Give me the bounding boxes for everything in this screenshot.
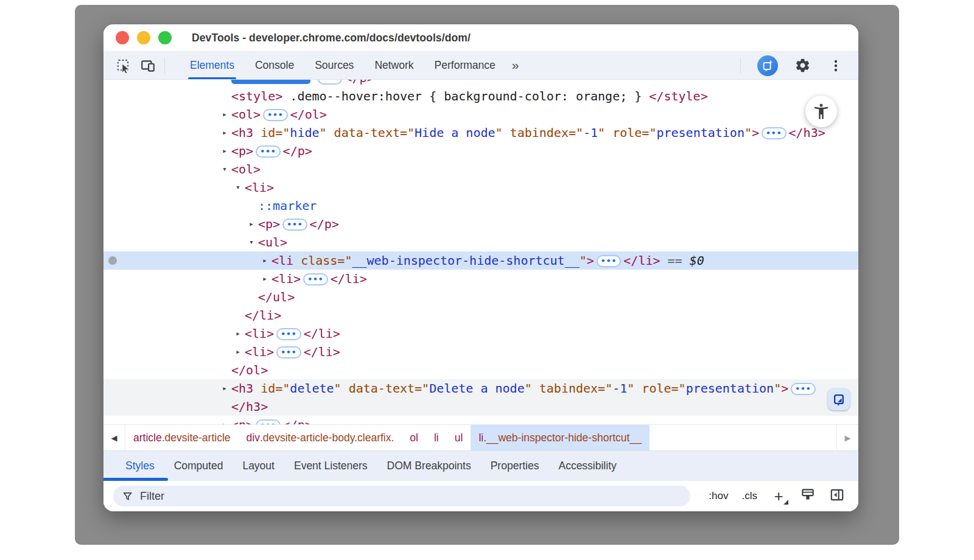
sidebar-tab-styles[interactable]: Styles [116, 451, 164, 481]
code-segment: == [660, 253, 690, 268]
dom-tree-row[interactable]: </li> [103, 306, 858, 324]
new-rule-dropdown-triangle [783, 500, 788, 505]
code-segment: </h3> [231, 399, 268, 414]
expand-ellipsis-pill[interactable]: ••• [303, 273, 328, 285]
breadcrumb-item[interactable]: ul [447, 425, 471, 450]
sidebar-tab-event-listeners[interactable]: Event Listeners [284, 451, 377, 481]
expand-ellipsis-pill[interactable]: ••• [762, 127, 786, 139]
collapse-arrow-icon[interactable]: ▾ [219, 160, 230, 178]
expand-arrow-icon[interactable]: ▸ [233, 324, 244, 343]
settings-gear-icon[interactable] [793, 57, 811, 75]
dom-tree-row[interactable]: ▸<p>•••</p> [103, 142, 858, 160]
inspect-element-icon[interactable] [114, 57, 133, 75]
expand-arrow-icon[interactable]: ▸ [219, 124, 230, 142]
code-segment: <li> [245, 180, 274, 195]
toggle-sidebar-icon[interactable] [829, 487, 845, 505]
dom-tree-row[interactable]: ▸<h3 id="delete" data-text="Delete a nod… [103, 379, 858, 397]
expand-arrow-icon[interactable]: ▸ [219, 416, 230, 424]
collapse-arrow-icon[interactable]: ▾ [233, 178, 244, 197]
code-segment: __web-inspector-hide-shortcut__ [352, 253, 579, 268]
sidebar-tab-dom-breakpoints[interactable]: DOM Breakpoints [377, 451, 481, 481]
expand-ellipsis-pill[interactable]: ••• [263, 109, 287, 121]
dom-tree-row[interactable]: </h3> [103, 397, 858, 416]
tab-elements[interactable]: Elements [180, 52, 245, 79]
dom-tree-row[interactable]: ▾<li> [103, 178, 858, 197]
breadcrumb: article.devsite-articlediv.devsite-artic… [125, 425, 650, 450]
title-bar: DevTools - developer.chrome.com/docs/dev… [103, 24, 858, 52]
dom-tree-row[interactable]: ▾<ol> [103, 160, 858, 178]
breadcrumb-item[interactable]: li [426, 425, 447, 450]
dom-tree-row[interactable]: ▸<li class="__web-inspector-hide-shortcu… [103, 251, 858, 270]
expand-ellipsis-pill[interactable]: ••• [597, 255, 621, 267]
dom-tree-row[interactable]: ▸<p>•••</p> [103, 215, 858, 233]
expand-ellipsis-pill[interactable]: ••• [791, 383, 815, 395]
elements-dom-tree: •••</p><style> .demo--hover:hover { back… [103, 80, 858, 424]
toggle-hover-state-button[interactable]: :hov [709, 490, 728, 502]
device-toolbar-icon[interactable] [139, 57, 157, 75]
breadcrumb-scroll-right-icon[interactable]: ▶ [836, 425, 858, 450]
code-segment: <p> [231, 418, 253, 424]
styles-filter-input[interactable]: Filter [113, 486, 690, 506]
dom-tree-row[interactable]: ▾<ul> [103, 233, 858, 251]
code-segment: " [745, 125, 752, 140]
rendering-emulation-icon[interactable] [800, 487, 816, 505]
toggle-class-button[interactable]: .cls [742, 490, 758, 502]
dom-tree-row[interactable]: ▸<ol>•••</ol> [103, 105, 858, 124]
new-style-rule-button[interactable]: + [771, 488, 787, 504]
dom-tree-row[interactable]: ::marker [103, 197, 858, 215]
minimize-window-button[interactable] [137, 31, 150, 44]
dom-tree-row[interactable]: ▸<li>•••</li> [103, 270, 858, 288]
expand-arrow-icon[interactable]: ▸ [233, 343, 244, 361]
sidebar-tab-computed[interactable]: Computed [164, 451, 233, 481]
expand-arrow-icon[interactable]: ▸ [219, 379, 230, 397]
expand-ellipsis-pill[interactable]: ••• [318, 80, 342, 85]
code-segment: id=" [253, 125, 290, 140]
dom-tree-row[interactable]: <style> .demo--hover:hover { background-… [103, 87, 858, 105]
expand-arrow-icon[interactable]: ▸ [259, 270, 270, 288]
dom-tree-row[interactable]: </ul> [103, 288, 858, 306]
ai-assistance-icon[interactable] [757, 55, 778, 76]
dom-tree-row[interactable]: ▸<li>•••</li> [103, 343, 858, 361]
dom-tree-row[interactable]: </ol> [103, 361, 858, 379]
expand-ellipsis-pill[interactable]: ••• [282, 219, 307, 231]
tab-console[interactable]: Console [245, 52, 304, 79]
dom-tree-row[interactable]: •••</p> [103, 80, 858, 87]
accessibility-overlay-button[interactable] [805, 96, 837, 127]
expand-ellipsis-pill[interactable]: ••• [256, 419, 280, 424]
zoom-window-button[interactable] [158, 31, 172, 44]
breadcrumb-item[interactable]: article.devsite-article [125, 425, 239, 450]
breadcrumb-scroll-left-icon[interactable]: ◀ [103, 425, 125, 450]
close-window-button[interactable] [116, 31, 129, 44]
code-segment: </li> [331, 271, 367, 286]
breadcrumb-item[interactable]: li.__web-inspector-hide-shortcut__ [471, 425, 650, 450]
toolbar-divider [164, 57, 165, 74]
sidebar-tab-layout[interactable]: Layout [233, 451, 284, 481]
expand-arrow-icon[interactable]: ▸ [246, 215, 257, 233]
expand-ellipsis-pill[interactable]: ••• [256, 145, 280, 158]
filter-placeholder: Filter [140, 490, 164, 503]
dom-tree-row[interactable]: ▸<p>•••</p> [103, 416, 858, 424]
collapse-arrow-icon[interactable]: ▾ [246, 233, 257, 251]
expand-arrow-icon[interactable]: ▸ [219, 142, 230, 160]
dom-tree-row[interactable]: ▸<h3 id="hide" data-text="Hide a node" t… [103, 124, 858, 142]
panel-tabs: ElementsConsoleSourcesNetworkPerformance [180, 52, 506, 79]
expand-ellipsis-pill[interactable]: ••• [276, 328, 301, 340]
code-segment: role=" [634, 381, 685, 396]
tab-sources[interactable]: Sources [304, 52, 364, 79]
expand-ellipsis-pill[interactable]: ••• [276, 346, 301, 359]
more-tabs-icon[interactable]: » [506, 58, 524, 72]
expand-arrow-icon[interactable]: ▸ [219, 105, 230, 124]
breadcrumb-item[interactable]: ol [402, 425, 426, 450]
tab-network[interactable]: Network [364, 52, 424, 79]
tab-performance[interactable]: Performance [424, 52, 506, 79]
scroll-into-view-adorner[interactable] [828, 388, 850, 410]
code-segment: tabindex=" [503, 125, 583, 140]
sidebar-tab-accessibility[interactable]: Accessibility [548, 451, 626, 481]
sidebar-tab-properties[interactable]: Properties [481, 451, 549, 481]
kebab-menu-icon[interactable] [827, 57, 845, 75]
breadcrumb-item[interactable]: div.devsite-article-body.clearfix. [239, 425, 402, 450]
breadcrumb-segment: article [133, 432, 162, 444]
dom-tree-row[interactable]: ▸<li>•••</li> [103, 324, 858, 343]
expand-arrow-icon[interactable]: ▸ [259, 251, 270, 270]
code-segment: <p> [231, 144, 253, 158]
